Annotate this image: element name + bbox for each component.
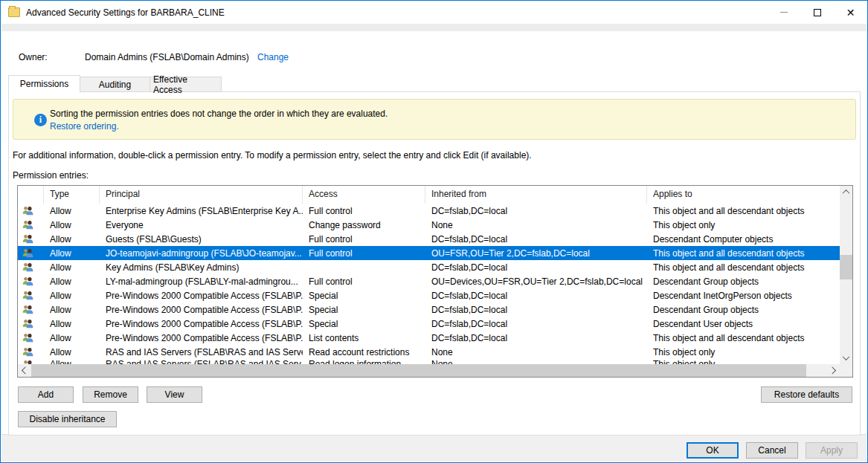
add-button[interactable]: Add [18,386,74,403]
cell-principal: RAS and IAS Servers (FSLAB\RAS and IAS S… [100,347,303,357]
cell-principal: Pre-Windows 2000 Compatible Access (FSLA… [100,291,303,301]
table-row[interactable]: AllowPre-Windows 2000 Compatible Access … [18,331,840,345]
cell-inherited-from: OU=Devices,OU=FSR,OU=Tier 2,DC=fslab,DC=… [425,276,647,287]
cell-access: Special [303,319,425,329]
cell-applies-to: Descendant Computer objects [647,234,840,245]
cell-principal: Pre-Windows 2000 Compatible Access (FSLA… [100,333,303,343]
scroll-left-button[interactable] [18,364,30,377]
table-row[interactable]: AllowPre-Windows 2000 Compatible Access … [18,288,840,302]
owner-value: Domain Admins (FSLAB\Domain Admins) [85,52,249,62]
cell-type: Allow [44,262,100,273]
cell-applies-to: This object only [647,359,840,364]
cell-type: Allow [44,291,100,301]
group-users-icon [18,346,44,357]
cell-type: Allow [44,347,100,357]
cell-type: Allow [44,319,100,329]
tab-auditing[interactable]: Auditing [80,77,150,92]
group-users-icon [18,290,44,301]
table-row[interactable]: AllowPre-Windows 2000 Compatible Access … [18,317,840,331]
cell-inherited-from: DC=fslab,DC=local [425,291,647,301]
cell-type: Allow [44,333,100,343]
horizontal-scrollbar-thumb[interactable] [31,364,806,377]
cell-applies-to: Descendant User objects [647,319,840,329]
header-inherited-from[interactable]: Inherited from [425,186,647,204]
ok-button[interactable]: OK [687,442,739,459]
close-icon: ✕ [846,7,855,18]
vertical-scrollbar[interactable] [840,186,852,364]
restore-ordering-link[interactable]: Restore ordering. [50,121,119,132]
cell-access: Read logon information [303,359,425,364]
group-users-icon [18,219,44,230]
owner-change-link[interactable]: Change [257,52,289,62]
group-users-icon [18,318,44,329]
cell-access: Full control [303,248,425,259]
chevron-right-icon [829,367,836,375]
window-controls: ✕ [767,1,867,24]
disable-inheritance-button[interactable]: Disable inheritance [18,411,117,427]
apply-button: Apply [806,442,858,459]
table-row[interactable]: AllowEnterprise Key Admins (FSLAB\Enterp… [18,204,840,218]
group-users-icon [18,233,44,245]
cell-access: Change password [303,220,425,230]
cell-access: List contents [303,333,425,343]
cell-type: Allow [44,276,100,287]
group-users-icon [18,359,44,364]
tab-effective-access[interactable]: Effective Access [150,77,222,92]
table-row[interactable]: AllowEveryoneChange passwordNoneThis obj… [18,218,840,232]
cell-applies-to: This object and all descendant objects [647,333,840,343]
cell-principal: JO-teamojavi-admingroup (FSLAB\JO-teamoj… [100,248,303,259]
permission-entries-table: Type Principal Access Inherited from App… [17,185,853,378]
table-row[interactable]: AllowPre-Windows 2000 Compatible Access … [18,302,840,317]
window-icon [8,7,20,17]
group-users-icon [18,304,44,315]
minimize-icon [780,12,788,13]
group-users-icon [18,276,44,287]
cell-inherited-from: OU=FSR,OU=Tier 2,DC=fslab,DC=local [425,248,647,259]
table-row[interactable]: AllowGuests (FSLAB\Guests)Full controlDC… [18,232,840,246]
header-principal[interactable]: Principal [100,186,303,204]
cell-inherited-from: None [425,220,647,230]
horizontal-scrollbar[interactable] [18,364,840,377]
view-button[interactable]: View [147,386,202,403]
cell-principal: RAS and IAS Servers (FSLAB\RAS and IAS S… [100,359,303,364]
header-icon-column [18,186,44,204]
cell-access: Full control [303,234,425,245]
cell-inherited-from: DC=fslab,DC=local [425,234,647,245]
restore-defaults-button[interactable]: Restore defaults [761,386,852,403]
cell-applies-to: This object only [647,220,840,230]
cell-inherited-from: None [425,347,647,357]
maximize-icon [814,9,821,16]
vertical-scrollbar-thumb[interactable] [840,255,852,279]
scroll-down-button[interactable] [840,352,852,364]
scroll-up-button[interactable] [840,186,852,198]
chevron-left-icon [22,367,29,375]
header-applies-to[interactable]: Applies to [647,186,840,204]
table-row[interactable]: AllowRAS and IAS Servers (FSLAB\RAS and … [18,359,840,364]
minimize-button[interactable] [767,1,800,24]
cell-applies-to: Descendant Group objects [647,276,840,287]
close-button[interactable]: ✕ [834,1,867,24]
cell-principal: Enterprise Key Admins (FSLAB\Enterprise … [100,206,303,216]
table-row[interactable]: AllowLY-mal-admingroup (FSLAB\LY-mal-adm… [18,274,840,288]
cancel-button[interactable]: Cancel [746,442,798,459]
header-type[interactable]: Type [44,186,100,204]
header-access[interactable]: Access [303,186,425,204]
table-row[interactable]: AllowRAS and IAS Servers (FSLAB\RAS and … [18,345,840,359]
maximize-button[interactable] [800,1,834,24]
cell-inherited-from: DC=fslab,DC=local [425,206,647,216]
owner-label: Owner: [19,52,48,62]
cell-type: Allow [44,220,100,230]
tab-permissions[interactable]: Permissions [8,75,80,93]
cell-principal: Everyone [100,220,303,230]
cell-access: Full control [303,206,425,216]
info-icon: i [34,114,47,126]
remove-button[interactable]: Remove [83,386,138,403]
table-row[interactable]: AllowKey Admins (FSLAB\Key Admins)DC=fsl… [18,260,840,274]
scroll-right-button[interactable] [827,364,840,377]
cell-inherited-from: DC=fslab,DC=local [425,333,647,343]
table-body: AllowEnterprise Key Admins (FSLAB\Enterp… [18,204,840,364]
group-users-icon [18,332,44,343]
table-row[interactable]: AllowJO-teamojavi-admingroup (FSLAB\JO-t… [18,246,840,260]
table-header: Type Principal Access Inherited from App… [18,186,840,204]
title-bar[interactable]: Advanced Security Settings for BARBARA_C… [1,1,867,24]
